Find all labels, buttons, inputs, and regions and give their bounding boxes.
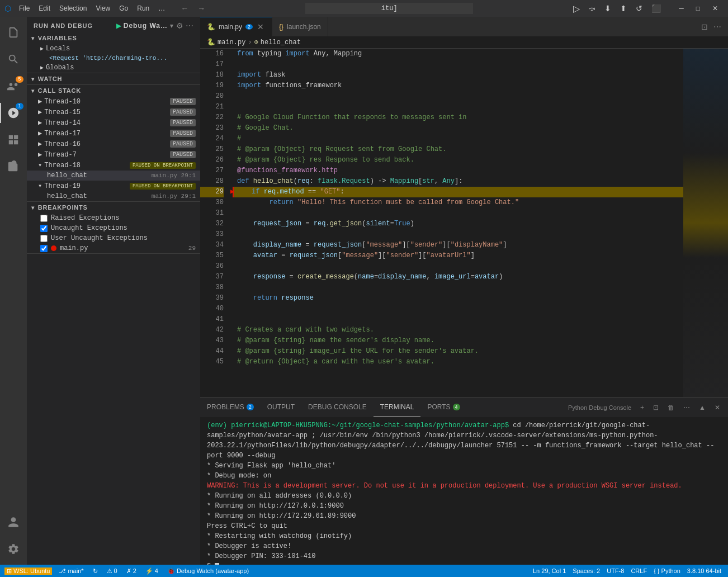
breadcrumb-fn-name[interactable]: hello_chat [261, 39, 301, 46]
bp-uncaught-exceptions[interactable]: Uncaught Exceptions [27, 223, 200, 233]
bp-main-line: 29 [188, 245, 196, 252]
debug-continue[interactable]: ▷ [570, 2, 583, 15]
panel-tab-output[interactable]: OUTPUT [261, 398, 301, 417]
watch-header[interactable]: ▾ WATCH [27, 73, 200, 84]
bp-user-uncaught-checkbox[interactable] [40, 235, 48, 242]
thread-7[interactable]: ▶Thread-7 PAUSED [27, 149, 200, 160]
activity-search[interactable] [0, 46, 27, 73]
breadcrumb-fn-icon: ⊙ [254, 38, 258, 46]
call-stack-section: ▾ CALL STACK ▶Thread-10 PAUSED ▶Thread-1… [27, 85, 200, 202]
activity-explorer[interactable] [0, 19, 27, 46]
status-wsl[interactable]: ⊞ WSL: Ubuntu [4, 567, 52, 575]
tab-main-close[interactable]: ✕ [256, 22, 265, 32]
bp-main-py[interactable]: main.py 29 [27, 243, 200, 253]
tab-launch-json[interactable]: {} launch.json [272, 17, 328, 36]
debug-restart[interactable]: ↺ [632, 3, 646, 14]
menu-edit[interactable]: Edit [35, 3, 54, 13]
call-stack-header[interactable]: ▾ CALL STACK [27, 85, 200, 96]
status-ports-status[interactable]: ⚡ 4 [143, 567, 160, 575]
more-actions-button[interactable]: ⋯ [711, 21, 724, 32]
code-line-19: import functions_framework [233, 81, 683, 91]
debug-settings-button[interactable]: ⚙ [176, 21, 183, 30]
panel-more-btn[interactable]: ⋯ [680, 403, 693, 413]
menu-selection[interactable]: Selection [56, 3, 90, 13]
maximize-button[interactable]: □ [691, 2, 706, 15]
debug-more-button[interactable]: ⋯ [186, 21, 193, 30]
status-branch[interactable]: ⎇ main* [56, 567, 86, 575]
panel-maximize-btn[interactable]: ▲ [696, 403, 709, 413]
status-sync[interactable]: ↻ [91, 567, 100, 575]
debug-stop[interactable]: ⬛ [648, 3, 664, 14]
activity-extensions[interactable] [0, 126, 27, 153]
bp-uncaught-checkbox[interactable] [40, 225, 48, 232]
thread-18[interactable]: ▾Thread-18 PAUSED ON BREAKPOINT [27, 160, 200, 171]
status-python-version[interactable]: 3.8.10 64-bit [685, 567, 724, 574]
status-language[interactable]: { } Python [651, 567, 683, 574]
debug-step-over[interactable]: ⤼ [585, 3, 599, 14]
activity-source-control[interactable]: 5 [0, 73, 27, 100]
svg-rect-3 [14, 140, 18, 144]
panel-tab-terminal[interactable]: TERMINAL [374, 398, 421, 417]
thread-16[interactable]: ▶Thread-16 PAUSED [27, 139, 200, 149]
thread-19-frame[interactable]: hello_chat main.py 29:1 [27, 191, 200, 201]
thread-10[interactable]: ▶Thread-10 PAUSED [27, 96, 200, 107]
globals-group[interactable]: ▶ Globals [27, 63, 200, 73]
status-encoding[interactable]: UTF-8 [604, 567, 626, 574]
activity-account[interactable] [0, 509, 27, 536]
thread-15[interactable]: ▶Thread-15 PAUSED [27, 107, 200, 117]
panel-tab-ports[interactable]: PORTS 4 [420, 398, 466, 417]
terminal-content[interactable]: (env) pierrick@LAPTOP-HKU5PNNG:~/git/goo… [200, 417, 728, 565]
code-line-18: import flask [233, 70, 683, 81]
globals-label: Globals [46, 64, 74, 72]
activity-debug[interactable]: 1 [0, 100, 27, 126]
menu-view[interactable]: View [92, 3, 114, 13]
code-line-31 [233, 208, 683, 219]
panel-trash-btn[interactable]: 🗑 [664, 403, 678, 413]
panel-close-btn[interactable]: ✕ [711, 403, 724, 413]
status-debug-watch[interactable]: 🐞 Debug Watch (avatar-app) [165, 567, 251, 575]
panel-add-btn[interactable]: + [637, 403, 647, 413]
status-eol[interactable]: CRLF [628, 567, 649, 574]
bp-user-uncaught[interactable]: User Uncaught Exceptions [27, 233, 200, 243]
bp-raised-exceptions[interactable]: Raised Exceptions [27, 213, 200, 223]
bp-raised-checkbox[interactable] [40, 215, 48, 222]
tab-main-py[interactable]: 🐍 main.py 2 ✕ [200, 17, 272, 36]
locals-group[interactable]: ▶ Locals [27, 44, 200, 54]
breakpoints-header[interactable]: ▾ BREAKPOINTS [27, 202, 200, 213]
activity-settings[interactable] [0, 536, 27, 562]
locals-label: Locals [46, 45, 70, 53]
debug-step-into[interactable]: ⬇ [601, 3, 614, 14]
nav-back[interactable]: ← [177, 3, 192, 14]
split-editor-button[interactable]: ⊡ [699, 21, 710, 32]
close-button[interactable]: ✕ [707, 2, 724, 15]
code-editor: 1617181920212223242526272829303132333435… [200, 49, 728, 397]
nav-forward[interactable]: → [194, 3, 209, 14]
status-warnings[interactable]: ⚠ 0 [105, 567, 120, 575]
variables-header[interactable]: ▾ VARIABLES [27, 32, 200, 44]
panel-tab-debug-console[interactable]: DEBUG CONSOLE [301, 398, 374, 417]
panel-tab-problems[interactable]: PROBLEMS 2 [200, 398, 261, 417]
activity-testing[interactable] [0, 153, 27, 180]
status-ln-col[interactable]: Ln 29, Col 1 [531, 567, 568, 574]
menu-go[interactable]: Go [116, 3, 131, 13]
minimize-button[interactable]: ─ [673, 2, 689, 15]
thread-19[interactable]: ▾Thread-19 PAUSED ON BREAKPOINT [27, 181, 200, 191]
menu-more[interactable]: … [155, 3, 168, 13]
menu-file[interactable]: File [16, 3, 33, 13]
thread-14[interactable]: ▶Thread-14 PAUSED [27, 117, 200, 128]
breadcrumb-file-name[interactable]: main.py [218, 39, 245, 46]
panel-split-btn[interactable]: ⊡ [650, 403, 662, 413]
breakpoints-chevron: ▾ [31, 205, 35, 211]
debug-config-label[interactable]: Debug Wa… [124, 22, 168, 30]
status-spaces[interactable]: Spaces: 2 [570, 567, 602, 574]
title-search[interactable]: itu] [305, 3, 473, 14]
python-debug-console-btn[interactable]: Python Debug Console [565, 403, 635, 412]
debug-step-out[interactable]: ⬆ [617, 3, 630, 14]
thread-17[interactable]: ▶Thread-17 PAUSED [27, 128, 200, 139]
thread-18-frame[interactable]: hello_chat main.py 29:1 [27, 171, 200, 181]
bp-main-checkbox[interactable] [40, 245, 48, 252]
menu-run[interactable]: Run [134, 3, 153, 13]
status-errors[interactable]: ✗ 2 [124, 567, 139, 575]
breadcrumb-file[interactable]: 🐍 [207, 38, 215, 46]
code-content[interactable]: from typing import Any, Mappingimport fl… [228, 49, 683, 397]
